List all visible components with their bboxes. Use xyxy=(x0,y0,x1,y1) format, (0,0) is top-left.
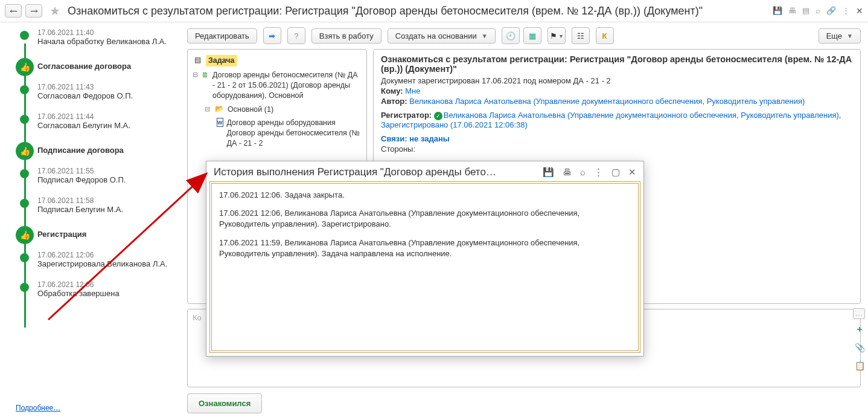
comment-side-actions: ＋ 📎 📋 xyxy=(854,324,865,371)
calendar-button[interactable]: ▦ xyxy=(523,27,541,44)
collapse-icon[interactable]: ⊟ xyxy=(205,105,211,114)
timeline-item: 17.06.2021 11:55 Подписал Федоров О.П. xyxy=(16,167,181,184)
document-icon: 🗎 xyxy=(202,70,209,80)
print-icon[interactable]: 🖶 xyxy=(788,6,796,16)
add-icon[interactable]: ＋ xyxy=(854,324,865,335)
acknowledge-button[interactable]: Ознакомился xyxy=(187,393,262,413)
chevron-down-icon: ▾ xyxy=(560,33,563,39)
links-label[interactable]: Связи: не заданы xyxy=(381,134,450,143)
timeline-item: 👍 Регистрация xyxy=(16,226,181,239)
kebab-icon[interactable]: ⋮ xyxy=(842,6,850,16)
nav-back-button[interactable]: 🡐 xyxy=(5,4,22,18)
favorite-star-icon[interactable]: ★ xyxy=(49,4,60,18)
info-links-line: Связи: не заданы xyxy=(381,134,853,143)
timeline-time: 17.06.2021 11:58 xyxy=(37,196,181,205)
more-menu-button[interactable]: Еще▼ xyxy=(819,28,861,44)
save-icon[interactable]: 💾 xyxy=(773,6,782,16)
timeline-heading: Регистрация xyxy=(37,230,181,239)
close-icon[interactable]: ✕ xyxy=(628,167,636,178)
timeline-dot-icon xyxy=(20,31,29,40)
timeline-text: Согласовал Белугин М.А. xyxy=(37,121,181,130)
chevron-down-icon: ▼ xyxy=(847,33,853,39)
task-icon: ▤ xyxy=(193,55,202,65)
toolbar: Редактировать ➡ ? Взять в работу Создать… xyxy=(187,27,861,44)
timeline-text: Начала обработку Великанова Л.А. xyxy=(37,37,181,46)
timeline-item: 17.06.2021 11:43 Согласовал Федоров О.П. xyxy=(16,83,181,100)
timeline-text: Зарегистрировала Великанова Л.А. xyxy=(37,259,181,268)
page-title: Ознакомиться с результатом регистрации: … xyxy=(68,5,769,18)
tree-row-task[interactable]: ▤ Задача xyxy=(191,53,363,68)
timeline-dot-icon xyxy=(20,199,29,208)
author-label: Автор: xyxy=(381,97,407,106)
collapse-icon[interactable]: ⊟ xyxy=(193,70,198,79)
info-title: Ознакомиться с результатом регистрации: … xyxy=(381,54,853,74)
to-label: Кому: xyxy=(381,86,403,95)
link-icon[interactable]: 🔗 xyxy=(826,6,836,16)
more-label: Еще xyxy=(826,31,842,40)
thumbs-up-icon: 👍 xyxy=(16,226,34,244)
timeline-item: 17.06.2021 11:44 Согласовал Белугин М.А. xyxy=(16,112,181,130)
k-button[interactable]: К xyxy=(596,27,614,44)
timeline-sidebar: 17.06.2021 11:40 Начала обработку Велика… xyxy=(0,22,187,418)
timeline-item: 17.06.2021 11:40 Начала обработку Велика… xyxy=(16,28,181,46)
tree-folder-label: Основной (1) xyxy=(228,105,273,115)
edit-button[interactable]: Редактировать xyxy=(187,28,257,44)
flag-button[interactable]: ⚑▾ xyxy=(547,27,566,44)
history-modal: История выполнения Регистрация "Договор … xyxy=(206,161,644,357)
timeline-item: 👍 Подписание договора xyxy=(16,142,181,155)
tree-expand-button[interactable]: ☷ xyxy=(572,27,590,44)
word-file-icon: W xyxy=(217,118,223,127)
timeline-time: 17.06.2021 11:44 xyxy=(37,112,181,121)
tree-doc-label: Договор аренды бетоносмесителя (№ ДА - 2… xyxy=(212,70,362,101)
clock-button[interactable]: 🕘 xyxy=(502,27,520,44)
clipboard-icon[interactable]: 📋 xyxy=(854,360,865,371)
modal-header: История выполнения Регистрация "Договор … xyxy=(206,161,643,183)
create-label: Создать на основании xyxy=(395,31,477,40)
to-link[interactable]: Мне xyxy=(405,86,420,95)
timeline-item: 👍 Согласование договора xyxy=(16,58,181,71)
kebab-icon[interactable]: ⋮ xyxy=(594,167,603,178)
thumbs-up-icon: 👍 xyxy=(16,142,34,160)
save-icon[interactable]: 💾 xyxy=(543,167,554,178)
timeline-time: 17.06.2021 12:06 xyxy=(37,251,181,259)
tree-row-folder[interactable]: ⊟ 📂 Основной (1) xyxy=(191,103,363,117)
registered-time-link[interactable]: Зарегистрировано (17.06.2021 12:06:38) xyxy=(381,120,528,129)
expand-comment-button[interactable]: … xyxy=(853,308,865,319)
folder-icon: 📂 xyxy=(214,105,224,114)
forward-arrow-button[interactable]: ➡ xyxy=(263,27,281,44)
more-details-link[interactable]: Подробнее… xyxy=(16,404,181,412)
take-in-work-button[interactable]: Взять в работу xyxy=(311,28,381,44)
timeline-dot-icon xyxy=(20,115,29,124)
timeline-time: 17.06.2021 11:43 xyxy=(37,83,181,91)
timeline-heading: Согласование договора xyxy=(37,62,181,71)
timeline-text: Обработка завершена xyxy=(37,289,181,298)
timeline-dot-icon xyxy=(20,169,29,178)
modal-actions: 💾 🖶 ⌕ ⋮ ▢ ✕ xyxy=(543,167,636,178)
attach-icon[interactable]: 📎 xyxy=(854,342,865,353)
search-icon[interactable]: ⌕ xyxy=(580,167,586,178)
help-button[interactable]: ? xyxy=(287,27,305,44)
author-link[interactable]: Великанова Лариса Анатольевна (Управлени… xyxy=(409,97,805,106)
tree-row-file[interactable]: W Договор аренды оборудования Договор ар… xyxy=(191,116,363,150)
tree-file-label: Договор аренды оборудования Договор арен… xyxy=(227,118,362,149)
search-scope-icon[interactable]: ⌕ xyxy=(815,6,820,16)
history-entry: 17.06.2021 12:06. Задача закрыта. xyxy=(219,190,631,201)
print-icon[interactable]: 🖶 xyxy=(563,167,572,178)
modal-body: 17.06.2021 12:06. Задача закрыта. 17.06.… xyxy=(211,183,639,351)
tree-task-label: Задача xyxy=(206,55,237,66)
timeline-text: Согласовал Федоров О.П. xyxy=(37,91,181,100)
close-icon[interactable]: ✕ xyxy=(856,6,863,16)
report-icon[interactable]: ▤ xyxy=(802,6,809,16)
maximize-icon[interactable]: ▢ xyxy=(611,167,620,178)
create-on-basis-button[interactable]: Создать на основании▼ xyxy=(388,28,496,44)
check-icon: ✓ xyxy=(434,112,442,120)
timeline-item: 17.06.2021 11:58 Подписал Белугин М.А. xyxy=(16,196,181,214)
chevron-down-icon: ▼ xyxy=(482,33,488,39)
tree-row-doc[interactable]: ⊟ 🗎 Договор аренды бетоносмесителя (№ ДА… xyxy=(191,68,363,103)
registrar-link[interactable]: Великанова Лариса Анатольевна (Управлени… xyxy=(444,111,839,120)
timeline-text: Подписал Белугин М.А. xyxy=(37,205,181,214)
modal-title: История выполнения Регистрация "Договор … xyxy=(214,166,537,178)
timeline-time: 17.06.2021 12:06 xyxy=(37,280,181,289)
nav-forward-button[interactable]: 🡒 xyxy=(25,4,42,18)
history-entry: 17.06.2021 11:59, Великанова Лариса Анат… xyxy=(219,237,631,259)
